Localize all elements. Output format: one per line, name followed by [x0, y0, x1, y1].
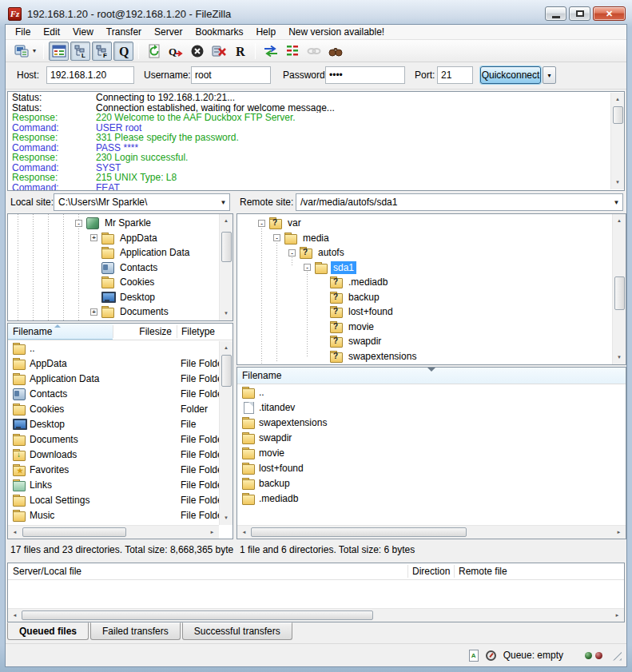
remote-list-hscrollbar[interactable]: ◄ ►: [237, 525, 626, 539]
queue-hscrollbar[interactable]: ◄ ►: [8, 608, 624, 622]
file-row-downloads[interactable]: ↓DownloadsFile Folder: [8, 447, 219, 463]
file-row-contacts[interactable]: ContactsFile Folder: [8, 387, 219, 402]
collapse-icon[interactable]: -: [273, 234, 280, 241]
find-button[interactable]: [325, 42, 345, 61]
splitter-collapse-icon[interactable]: [427, 368, 435, 372]
local-site-combo[interactable]: C:\Users\Mr Sparkle\ ▼: [54, 193, 230, 211]
menu-item-help[interactable]: Help: [249, 25, 282, 39]
tree-item-dvd[interactable]: ?dvd: [237, 364, 611, 365]
file-row-favorites[interactable]: ★FavoritesFile Folder: [8, 463, 219, 478]
tree-item-appdata[interactable]: +AppData: [8, 231, 218, 246]
tree-item-backup[interactable]: ?backup: [237, 290, 611, 305]
scroll-up-icon[interactable]: ▲: [611, 93, 624, 105]
scroll-right-icon[interactable]: ►: [611, 609, 623, 622]
scroll-down-icon[interactable]: ▼: [611, 177, 624, 189]
file-row-cookies[interactable]: CookiesFolder: [8, 402, 219, 417]
menu-item-view[interactable]: View: [66, 25, 100, 39]
menu-item-edit[interactable]: Edit: [37, 25, 66, 39]
file-row-[interactable]: ..: [8, 341, 219, 356]
tree-item-var[interactable]: -?var: [237, 216, 611, 231]
collapse-icon[interactable]: -: [75, 220, 82, 227]
scroll-up-icon[interactable]: ▲: [220, 342, 233, 354]
password-input[interactable]: [325, 66, 405, 84]
column-header-remote-file[interactable]: Remote file: [454, 563, 550, 579]
link-button[interactable]: [304, 42, 324, 61]
file-row-swapextensions[interactable]: swapextensions: [237, 416, 626, 431]
file-row-lost-found[interactable]: lost+found: [237, 461, 626, 476]
tree-item-swapextensions[interactable]: ?swapextensions: [237, 349, 611, 364]
file-row-local-settings[interactable]: Local SettingsFile Folder: [8, 493, 219, 508]
minimize-button[interactable]: [545, 6, 566, 21]
scrollbar-thumb[interactable]: [251, 527, 467, 537]
log-scrollbar[interactable]: ▲ ▼: [610, 93, 624, 189]
scrollbar-thumb[interactable]: [22, 610, 373, 620]
tree-item-desktop[interactable]: Desktop: [8, 290, 218, 305]
collapse-icon[interactable]: -: [304, 264, 311, 271]
cancel-button[interactable]: [187, 42, 207, 61]
scroll-down-icon[interactable]: ▼: [220, 308, 233, 320]
file-row-documents[interactable]: DocumentsFile Folder: [8, 432, 219, 447]
tab-queued-files[interactable]: Queued files: [7, 622, 89, 640]
tree-item-lost-found[interactable]: ?lost+found: [237, 304, 611, 320]
menu-item-new-version-available[interactable]: New version available!: [282, 25, 391, 39]
refresh-button[interactable]: [144, 42, 164, 61]
file-row-[interactable]: ..: [237, 385, 626, 400]
expand-icon[interactable]: +: [90, 234, 97, 241]
collapse-icon[interactable]: -: [288, 249, 296, 256]
column-header-server-local-file[interactable]: Server/Local file: [8, 563, 407, 579]
transfer-type-icon[interactable]: [469, 650, 479, 662]
menu-item-transfer[interactable]: Transfer: [100, 25, 148, 39]
file-row-music[interactable]: MusicFile Folder: [8, 508, 219, 523]
file-row-titandev[interactable]: .titandev: [237, 400, 626, 416]
disconnect-button[interactable]: [209, 42, 229, 61]
menu-item-bookmarks[interactable]: Bookmarks: [189, 25, 249, 39]
scroll-down-icon[interactable]: ▼: [613, 352, 626, 364]
speed-limit-icon[interactable]: [486, 650, 496, 661]
tree-item-documents[interactable]: +Documents: [8, 304, 218, 320]
compare-directories-button[interactable]: [260, 42, 280, 61]
remote-site-combo[interactable]: /var/media/autofs/sda1 ▼: [296, 193, 623, 211]
tree-item-application-data[interactable]: Application Data: [8, 245, 218, 260]
process-queue-button[interactable]: Q: [165, 42, 185, 61]
scrollbar-thumb[interactable]: [614, 276, 625, 310]
tree-item-mediadb[interactable]: ?.mediadb: [237, 275, 611, 290]
host-input[interactable]: [46, 66, 134, 84]
menu-item-file[interactable]: File: [9, 25, 37, 39]
file-row-swapdir[interactable]: swapdir: [237, 431, 626, 446]
scrollbar-thumb[interactable]: [221, 232, 232, 262]
resize-grip[interactable]: [611, 650, 622, 661]
remote-tree-scrollbar[interactable]: ▲ ▼: [612, 214, 626, 364]
scrollbar-thumb[interactable]: [613, 106, 623, 124]
file-row-desktop[interactable]: DesktopFile: [8, 417, 219, 432]
scrollbar-thumb[interactable]: [22, 527, 126, 537]
chevron-down-icon[interactable]: ▼: [610, 199, 622, 206]
local-list-hscrollbar[interactable]: ◄ ►: [8, 525, 219, 539]
file-row-movie[interactable]: movie: [237, 446, 626, 461]
scroll-up-icon[interactable]: ▲: [613, 215, 626, 227]
tree-item-cookies[interactable]: Cookies: [8, 275, 218, 290]
synchronized-browsing-button[interactable]: [282, 42, 302, 61]
scroll-left-icon[interactable]: ◄: [238, 526, 250, 539]
column-header-filesize[interactable]: Filesize: [113, 324, 177, 340]
toggle-local-tree-button[interactable]: L: [70, 42, 90, 61]
port-input[interactable]: [437, 66, 473, 84]
local-list-scrollbar[interactable]: ▲ ▼: [219, 341, 233, 525]
quickconnect-dropdown[interactable]: ▾: [543, 66, 556, 84]
toggle-queue-button[interactable]: Q: [113, 42, 133, 61]
tab-failed-transfers[interactable]: Failed transfers: [90, 622, 181, 640]
scrollbar-thumb[interactable]: [221, 355, 232, 387]
column-header-filetype[interactable]: Filetype: [177, 324, 233, 340]
chevron-down-icon[interactable]: ▼: [217, 199, 229, 206]
tab-successful-transfers[interactable]: Successful transfers: [182, 622, 292, 640]
collapse-icon[interactable]: -: [258, 220, 265, 227]
scroll-up-icon[interactable]: ▲: [220, 215, 233, 227]
menu-item-server[interactable]: Server: [148, 25, 189, 39]
tree-item-media[interactable]: -media: [237, 231, 611, 246]
reconnect-button[interactable]: R: [230, 42, 250, 61]
file-row-appdata[interactable]: AppDataFile Folder: [8, 356, 219, 372]
toggle-message-log-button[interactable]: [49, 42, 69, 61]
scroll-left-icon[interactable]: ◄: [9, 526, 21, 539]
tree-item-swapdir[interactable]: ?swapdir: [237, 334, 611, 349]
file-row-mediadb[interactable]: .mediadb: [237, 491, 626, 507]
file-row-backup[interactable]: backup: [237, 476, 626, 491]
